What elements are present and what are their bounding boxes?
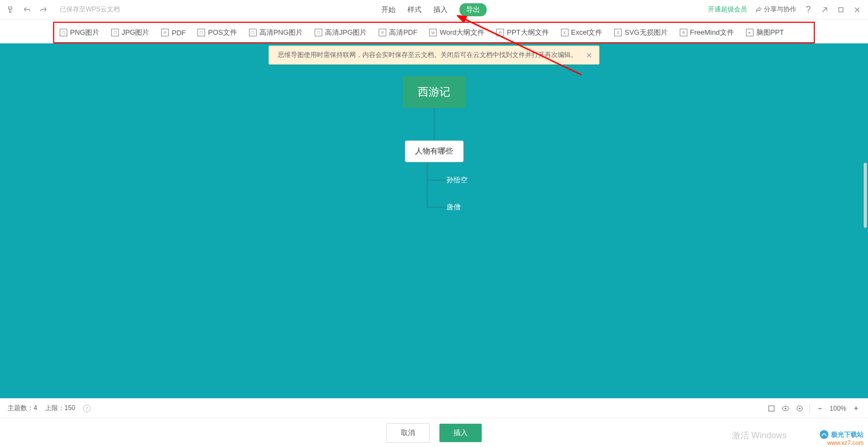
svg-point-4 — [785, 407, 787, 409]
vertical-scrollbar[interactable] — [864, 163, 867, 228]
limit: 上限：150 — [45, 404, 75, 413]
connector — [427, 180, 446, 181]
cancel-button[interactable]: 取消 — [386, 423, 430, 443]
undo-icon[interactable] — [23, 5, 31, 14]
word-icon: W — [429, 29, 437, 36]
help-icon[interactable]: ? — [804, 5, 813, 14]
connector — [427, 162, 428, 207]
sub-branch: 孙悟空 唐僧 — [427, 162, 468, 221]
export-word[interactable]: WWord大纲文件 — [429, 28, 484, 37]
topic-count: 主题数：4 — [8, 404, 37, 413]
export-excel[interactable]: XExcel文件 — [561, 28, 603, 37]
status-bar: 主题数：4 上限：150 ? − 100% + — [0, 398, 868, 418]
image-icon: ▢ — [315, 29, 322, 36]
zoom-level: 100% — [829, 405, 846, 412]
help-icon[interactable]: ? — [83, 405, 91, 412]
image-icon: ▢ — [111, 29, 119, 36]
top-bar: 已保存至WPS云文档 开始 样式 插入 导出 开通超级会员 分享与协作 ? — [0, 0, 868, 20]
tab-style[interactable]: 样式 — [407, 5, 422, 15]
status-right: − 100% + — [767, 404, 860, 413]
target-icon[interactable] — [795, 404, 804, 413]
bottom-action-bar: 取消 插入 — [0, 418, 868, 447]
zoom-out-icon[interactable]: − — [815, 404, 824, 413]
image-icon: ▢ — [249, 29, 257, 36]
pdf-icon: P — [161, 29, 169, 36]
freemind-icon: ⋔ — [680, 29, 687, 36]
export-png[interactable]: ▢PNG图片 — [60, 28, 99, 37]
root-node[interactable]: 西游记 — [403, 76, 465, 108]
top-left-tools: 已保存至WPS云文档 — [7, 5, 120, 14]
pos-icon: ▢ — [197, 29, 205, 36]
save-status: 已保存至WPS云文档 — [60, 5, 120, 14]
export-jpg[interactable]: ▢JPG图片 — [111, 28, 149, 37]
child-node[interactable]: 人物有哪些 — [405, 141, 463, 162]
export-ribbon: ▢PNG图片 ▢JPG图片 PPDF ▢POS文件 ▢高清PNG图片 ▢高清JP… — [53, 22, 815, 43]
tab-export[interactable]: 导出 — [459, 3, 487, 16]
close-icon[interactable] — [853, 5, 861, 14]
connector — [427, 207, 446, 208]
top-right-tools: 开通超级会员 分享与协作 ? — [708, 5, 861, 14]
message-text: 思维导图使用时需保持联网，内容会实时保存至云文档。关闭后可在云文档中找到文件并打… — [278, 50, 577, 60]
sub-node-1[interactable]: 孙悟空 — [446, 175, 468, 185]
vip-link[interactable]: 开通超级会员 — [708, 5, 747, 14]
export-svg[interactable]: SSVG无损图片 — [614, 28, 667, 37]
fit-icon[interactable] — [767, 404, 776, 413]
eye-icon[interactable] — [781, 404, 790, 413]
export-mindppt[interactable]: ▸脑图PPT — [746, 28, 784, 37]
status-left: 主题数：4 上限：150 ? — [8, 404, 91, 413]
info-message: 思维导图使用时需保持联网，内容会实时保存至云文档。关闭后可在云文档中找到文件并打… — [269, 46, 599, 65]
maximize-icon[interactable] — [837, 5, 845, 14]
svg-point-6 — [799, 407, 801, 409]
export-freemind[interactable]: ⋔FreeMind文件 — [680, 28, 734, 37]
divider — [809, 404, 810, 413]
tab-start[interactable]: 开始 — [381, 5, 395, 15]
share-label: 分享与协作 — [764, 5, 796, 14]
mindmap-canvas[interactable]: 思维导图使用时需保持联网，内容会实时保存至云文档。关闭后可在云文档中找到文件并打… — [0, 43, 868, 398]
zoom-in-icon[interactable]: + — [852, 404, 860, 413]
ppt-icon: P — [496, 29, 504, 36]
export-ppt[interactable]: PPPT大纲文件 — [496, 28, 548, 37]
ppt-icon: ▸ — [746, 29, 754, 36]
image-icon: ▢ — [60, 29, 67, 36]
sub-node-2[interactable]: 唐僧 — [446, 202, 461, 212]
export-pdf[interactable]: PPDF — [161, 29, 186, 37]
svg-icon: S — [614, 29, 622, 36]
format-painter-icon[interactable] — [7, 5, 15, 14]
insert-button[interactable]: 插入 — [439, 424, 482, 442]
redo-icon[interactable] — [39, 5, 48, 14]
connector — [433, 108, 435, 141]
excel-icon: X — [561, 29, 569, 36]
export-pos[interactable]: ▢POS文件 — [197, 28, 237, 37]
main-tabs: 开始 样式 插入 导出 — [381, 3, 487, 16]
export-hd-png[interactable]: ▢高清PNG图片 — [249, 28, 303, 37]
svg-rect-2 — [769, 406, 774, 411]
mindmap-tree: 西游记 人物有哪些 孙悟空 唐僧 — [401, 76, 468, 221]
share-button[interactable]: 分享与协作 — [755, 5, 796, 14]
svg-rect-0 — [839, 8, 843, 12]
export-hd-pdf[interactable]: P高清PDF — [379, 28, 417, 37]
tab-insert[interactable]: 插入 — [433, 5, 448, 15]
message-close-icon[interactable]: ✕ — [586, 51, 592, 60]
minimize-icon[interactable] — [820, 5, 829, 14]
export-hd-jpg[interactable]: ▢高清JPG图片 — [315, 28, 367, 37]
pdf-icon: P — [379, 29, 386, 36]
